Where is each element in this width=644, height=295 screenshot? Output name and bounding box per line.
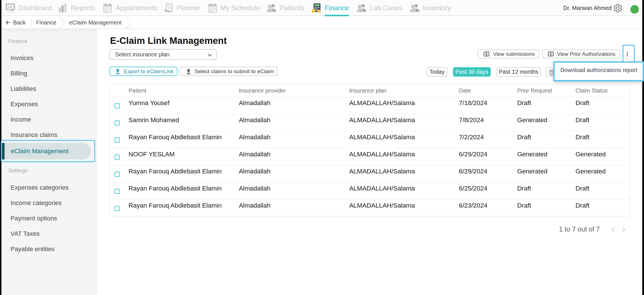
svg-text:$: $ bbox=[486, 52, 488, 56]
svg-text:$: $ bbox=[550, 52, 552, 56]
